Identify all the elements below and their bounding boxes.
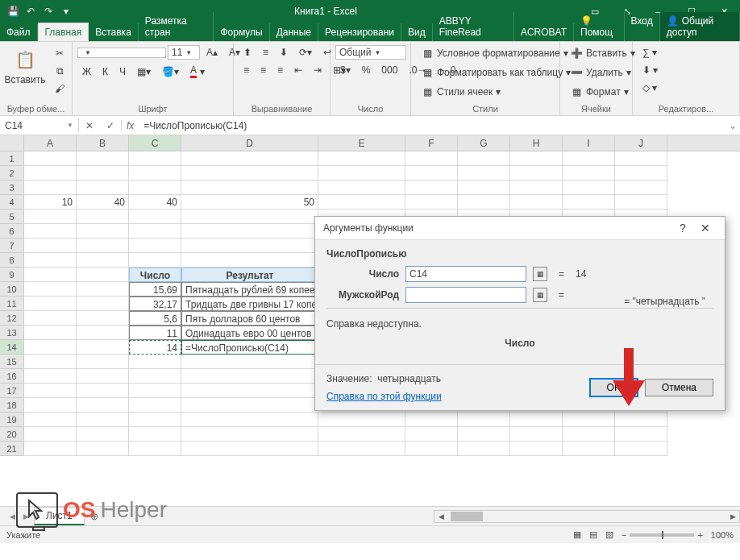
copy-button[interactable]: ⧉ (48, 63, 71, 79)
number-format-dropdown[interactable]: Общий▼ (335, 45, 406, 60)
indent-inc-button[interactable]: ⇥ (309, 63, 326, 77)
cell[interactable] (181, 442, 318, 456)
cell[interactable] (181, 413, 318, 427)
save-icon[interactable]: 💾 (6, 5, 19, 18)
cell[interactable] (77, 413, 129, 427)
cell[interactable]: 50 (181, 195, 318, 209)
fill-button[interactable]: ⬇ ▾ (638, 63, 663, 77)
format-cells-button[interactable]: ▦Формат ▾ (565, 84, 634, 100)
qat-more-icon[interactable]: ▾ (60, 5, 73, 18)
cell[interactable] (615, 442, 667, 456)
cell[interactable] (24, 427, 77, 442)
cell[interactable]: 11 (129, 326, 181, 340)
row-header[interactable]: 20 (0, 427, 24, 442)
cell[interactable] (318, 442, 405, 456)
italic-button[interactable]: К (98, 64, 113, 79)
cell[interactable] (24, 253, 77, 268)
redo-icon[interactable]: ↷ (42, 5, 55, 18)
cell[interactable] (24, 297, 77, 311)
format-painter-button[interactable]: 🖌 (48, 81, 71, 97)
currency-button[interactable]: $▾ (335, 63, 355, 77)
tab-data[interactable]: Данные (270, 23, 318, 41)
cell[interactable] (24, 239, 77, 253)
cell[interactable] (181, 209, 318, 224)
cell[interactable] (181, 151, 318, 166)
row-header[interactable]: 21 (0, 442, 24, 456)
cell[interactable] (77, 326, 129, 340)
insert-cells-button[interactable]: ➕Вставить ▾ (565, 45, 640, 61)
bold-button[interactable]: Ж (77, 64, 96, 79)
cell[interactable] (510, 151, 563, 166)
cell[interactable] (77, 369, 129, 384)
cell[interactable] (129, 442, 181, 456)
col-header[interactable]: D (181, 135, 318, 151)
cell[interactable] (77, 282, 129, 297)
col-header[interactable]: I (563, 135, 615, 151)
cell[interactable] (24, 340, 77, 355)
comma-button[interactable]: 000 (376, 63, 402, 77)
cell[interactable] (181, 224, 318, 239)
cell[interactable] (181, 369, 318, 384)
tab-signin[interactable]: Вход (625, 12, 660, 41)
cell[interactable] (77, 311, 129, 326)
cell[interactable] (24, 311, 77, 326)
view-pagebreak-icon[interactable]: ▧ (605, 529, 613, 540)
cell[interactable] (77, 340, 129, 355)
cell[interactable] (563, 180, 615, 195)
align-center-button[interactable]: ≡ (256, 63, 271, 77)
align-right-button[interactable]: ≡ (272, 63, 288, 77)
cell[interactable] (24, 151, 77, 166)
cell[interactable] (563, 413, 615, 427)
cell[interactable] (405, 151, 458, 166)
col-header[interactable]: J (615, 135, 667, 151)
cell[interactable] (615, 151, 667, 166)
cell[interactable]: =ЧислоПрописью(C14) (181, 340, 318, 355)
cell[interactable] (181, 180, 318, 195)
cell[interactable] (318, 180, 405, 195)
tab-home[interactable]: Главная (38, 23, 89, 41)
cell[interactable]: Пять долларов 60 центов (181, 311, 318, 326)
dialog-help-button[interactable]: ? (671, 222, 694, 234)
cell[interactable] (510, 427, 563, 442)
cell[interactable] (615, 413, 667, 427)
tab-file[interactable]: Файл (0, 23, 38, 41)
cell[interactable]: Число (129, 268, 181, 282)
row-header[interactable]: 14 (0, 340, 24, 355)
col-header[interactable]: E (318, 135, 405, 151)
format-as-table-button[interactable]: ▦Форматировать как таблицу ▾ (416, 64, 576, 81)
delete-cells-button[interactable]: ➖Удалить ▾ (565, 64, 636, 81)
cell[interactable] (510, 166, 563, 180)
cell[interactable] (405, 166, 458, 180)
cell[interactable]: 5,6 (129, 311, 181, 326)
enter-formula-button[interactable]: ✓ (100, 120, 121, 131)
cell[interactable]: 32,17 (129, 297, 181, 311)
cell[interactable] (615, 427, 667, 442)
cell[interactable] (405, 195, 458, 209)
scroll-thumb[interactable] (451, 512, 483, 521)
formula-input[interactable]: =ЧислоПрописью(C14) (139, 118, 725, 133)
dialog-titlebar[interactable]: Аргументы функции ? ✕ (315, 217, 725, 240)
row-header[interactable]: 13 (0, 326, 24, 340)
orientation-button[interactable]: ⟳▾ (294, 45, 317, 60)
cut-button[interactable]: ✂ (48, 45, 71, 61)
row-header[interactable]: 10 (0, 282, 24, 297)
cell[interactable] (24, 442, 77, 456)
zoom-in-icon[interactable]: + (697, 530, 702, 540)
tab-layout[interactable]: Разметка стран (139, 12, 214, 41)
row-header[interactable]: 1 (0, 151, 24, 166)
underline-button[interactable]: Ч (114, 64, 131, 79)
zoom-out-icon[interactable]: − (622, 530, 626, 540)
cell[interactable] (129, 224, 181, 239)
name-box[interactable]: C14▼ (0, 118, 79, 133)
cell[interactable] (405, 442, 458, 456)
col-header[interactable]: A (24, 135, 77, 151)
cell[interactable]: Результат (181, 268, 318, 282)
cell[interactable] (77, 151, 129, 166)
cell[interactable]: Пятнадцать рублей 69 копеек (181, 282, 318, 297)
cell[interactable] (181, 398, 318, 413)
cell[interactable] (77, 253, 129, 268)
zoom-level[interactable]: 100% (711, 530, 734, 540)
cell[interactable] (129, 239, 181, 253)
col-header[interactable]: G (458, 135, 510, 151)
cell[interactable] (318, 151, 405, 166)
